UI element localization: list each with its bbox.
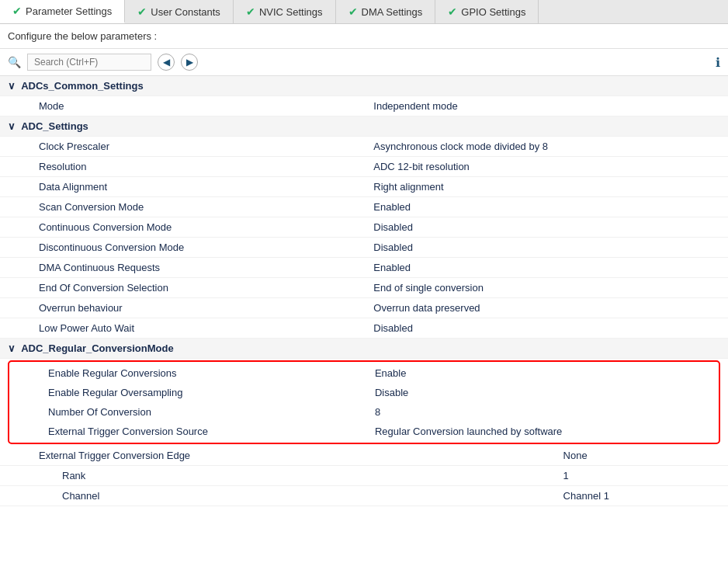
tab-label: User Constants xyxy=(151,6,220,18)
param-name: End Of Conversion Selection xyxy=(0,278,366,298)
chevron-down-icon: ∨ xyxy=(8,120,16,132)
param-value: Asynchronous clock mode divided by 8 xyxy=(366,137,728,157)
tab-label: DMA Settings xyxy=(362,6,423,18)
param-name: Discontinuous Conversion Mode xyxy=(0,238,366,258)
param-value: Channel 1 xyxy=(556,486,728,506)
info-icon: ℹ xyxy=(716,55,720,70)
tab-label: NVIC Settings xyxy=(259,6,323,18)
param-name: Mode xyxy=(0,96,366,116)
table-row: Continuous Conversion Mode Disabled xyxy=(0,217,728,238)
prev-button[interactable]: ◀ xyxy=(158,54,175,71)
tab-parameter-settings[interactable]: ✔ Parameter Settings xyxy=(0,0,125,23)
tab-check-icon: ✔ xyxy=(348,5,358,18)
tab-user-constants[interactable]: ✔ User Constants xyxy=(125,0,234,23)
param-value: Enable xyxy=(367,363,719,383)
search-bar: 🔍 ◀ ▶ ℹ xyxy=(0,49,728,76)
param-name: Data Alignment xyxy=(0,177,366,197)
param-name: Scan Conversion Mode xyxy=(0,197,366,217)
param-value: Overrun data preserved xyxy=(366,298,728,318)
table-row: Resolution ADC 12-bit resolution xyxy=(0,157,728,177)
highlight-table: Enable Regular Conversions Enable Enable… xyxy=(9,363,719,441)
table-row: Low Power Auto Wait Disabled xyxy=(0,318,728,339)
table-row: External Trigger Conversion Source Regul… xyxy=(9,422,719,441)
param-name: External Trigger Conversion Source xyxy=(9,422,367,441)
table-row: Rank 1 xyxy=(0,466,728,486)
tab-dma-settings[interactable]: ✔ DMA Settings xyxy=(336,0,436,23)
section-label: ADC_Settings xyxy=(21,120,88,132)
table-row: End Of Conversion Selection End of singl… xyxy=(0,278,728,298)
table-row: Mode Independent mode xyxy=(0,96,728,116)
search-input[interactable] xyxy=(27,54,151,71)
configure-text: Configure the below parameters : xyxy=(0,24,728,49)
param-name: Clock Prescaler xyxy=(0,137,366,157)
tab-check-icon: ✔ xyxy=(246,5,255,18)
param-value: None xyxy=(556,446,728,466)
param-value: Disabled xyxy=(366,217,728,238)
param-name: Enable Regular Conversions xyxy=(9,363,367,383)
tab-bar: ✔ Parameter Settings ✔ User Constants ✔ … xyxy=(0,0,728,24)
param-name: Low Power Auto Wait xyxy=(0,318,366,339)
tab-label: GPIO Settings xyxy=(461,6,525,18)
section-label: ADC_Regular_ConversionMode xyxy=(21,342,173,354)
main-content: ∨ ADCs_Common_Settings Mode Independent … xyxy=(0,76,728,563)
tab-check-icon: ✔ xyxy=(448,5,457,18)
table-row: Clock Prescaler Asynchronous clock mode … xyxy=(0,137,728,157)
param-value: Right alignment xyxy=(366,177,728,197)
param-value: 8 xyxy=(367,402,719,422)
section-adc-regular[interactable]: ∨ ADC_Regular_ConversionMode xyxy=(0,339,728,359)
section-adc-settings[interactable]: ∨ ADC_Settings xyxy=(0,116,728,137)
param-value: Disabled xyxy=(366,318,728,339)
param-name: Continuous Conversion Mode xyxy=(0,217,366,238)
table-row: Number Of Conversion 8 xyxy=(9,402,719,422)
param-value: Enabled xyxy=(366,197,728,217)
param-name: External Trigger Conversion Edge xyxy=(0,446,556,466)
table-row: Channel Channel 1 xyxy=(0,486,728,506)
param-value: 1 xyxy=(556,466,728,486)
section-adcs-common[interactable]: ∨ ADCs_Common_Settings xyxy=(0,76,728,96)
highlight-box: Enable Regular Conversions Enable Enable… xyxy=(8,360,720,444)
param-value: Enabled xyxy=(366,258,728,278)
param-value: ADC 12-bit resolution xyxy=(366,157,728,177)
param-value: Disable xyxy=(367,383,719,402)
table-row: Enable Regular Oversampling Disable xyxy=(9,383,719,402)
table-row: Enable Regular Conversions Enable xyxy=(9,363,719,383)
section-label: ADCs_Common_Settings xyxy=(21,80,143,92)
table-row: DMA Continuous Requests Enabled xyxy=(0,258,728,278)
param-name: Resolution xyxy=(0,157,366,177)
param-value: Regular Conversion launched by software xyxy=(367,422,719,441)
param-value: Independent mode xyxy=(366,96,728,116)
params-table-bottom: External Trigger Conversion Edge None Ra… xyxy=(0,446,728,506)
table-row: Data Alignment Right alignment xyxy=(0,177,728,197)
param-value: Disabled xyxy=(366,238,728,258)
table-row: Overrun behaviour Overrun data preserved xyxy=(0,298,728,318)
param-name: Enable Regular Oversampling xyxy=(9,383,367,402)
chevron-down-icon: ∨ xyxy=(8,80,16,92)
param-name: Number Of Conversion xyxy=(9,402,367,422)
tab-check-icon: ✔ xyxy=(137,5,147,18)
params-table: ∨ ADCs_Common_Settings Mode Independent … xyxy=(0,76,728,359)
param-value: End of single conversion xyxy=(366,278,728,298)
table-row: Scan Conversion Mode Enabled xyxy=(0,197,728,217)
chevron-down-icon: ∨ xyxy=(8,342,16,354)
tab-nvic-settings[interactable]: ✔ NVIC Settings xyxy=(234,0,336,23)
next-button[interactable]: ▶ xyxy=(181,54,198,71)
param-name: Rank xyxy=(0,466,556,486)
table-row: External Trigger Conversion Edge None xyxy=(0,446,728,466)
param-name: Channel xyxy=(0,486,556,506)
tab-check-icon: ✔ xyxy=(12,5,22,17)
param-name: Overrun behaviour xyxy=(0,298,366,318)
search-icon: 🔍 xyxy=(8,56,21,68)
tab-gpio-settings[interactable]: ✔ GPIO Settings xyxy=(435,0,539,23)
param-name: DMA Continuous Requests xyxy=(0,258,366,278)
tab-label: Parameter Settings xyxy=(26,5,112,17)
table-row: Discontinuous Conversion Mode Disabled xyxy=(0,238,728,258)
